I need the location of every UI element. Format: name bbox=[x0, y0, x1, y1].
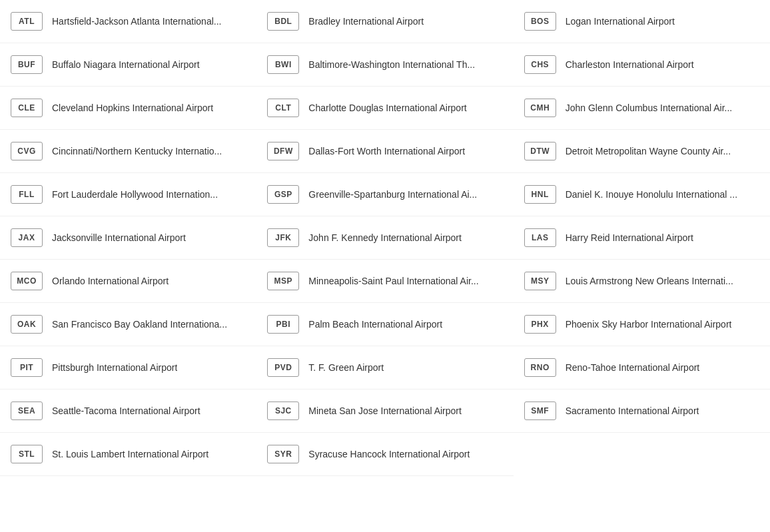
airport-code: GSP bbox=[267, 185, 299, 204]
airport-code: MCO bbox=[11, 272, 43, 290]
airport-code: SMF bbox=[524, 401, 556, 420]
airport-code: CLT bbox=[267, 99, 299, 117]
list-item[interactable]: MSYLouis Armstrong New Orleans Internati… bbox=[514, 260, 770, 303]
airport-code: SYR bbox=[267, 445, 299, 463]
airport-name: Buffalo Niagara International Airport bbox=[52, 59, 200, 70]
airport-name: Phoenix Sky Harbor International Airport bbox=[566, 319, 732, 330]
list-item[interactable]: RNOReno-Tahoe International Airport bbox=[514, 346, 770, 390]
airport-code: MSP bbox=[267, 272, 299, 290]
airport-code: CMH bbox=[524, 99, 556, 117]
list-item[interactable]: PVDT. F. Green Airport bbox=[256, 346, 513, 390]
airport-code: PVD bbox=[267, 358, 299, 377]
airport-name: Detroit Metropolitan Wayne County Air... bbox=[566, 146, 731, 156]
airport-name: Palm Beach International Airport bbox=[308, 319, 442, 330]
list-item[interactable]: JAXJacksonville International Airport bbox=[0, 216, 256, 260]
airport-code: BWI bbox=[267, 55, 299, 74]
airport-name: John F. Kennedy International Airport bbox=[308, 232, 462, 243]
list-item[interactable]: MSPMinneapolis-Saint Paul International … bbox=[256, 260, 513, 303]
airport-name: Orlando International Airport bbox=[52, 276, 169, 286]
airport-name: Charleston International Airport bbox=[566, 59, 694, 70]
airport-code: MSY bbox=[524, 272, 556, 290]
list-item[interactable]: MCOOrlando International Airport bbox=[0, 260, 256, 303]
airport-name: John Glenn Columbus International Air... bbox=[566, 103, 733, 113]
list-item[interactable]: CHSCharleston International Airport bbox=[514, 43, 770, 87]
airport-name: Cincinnati/Northern Kentucky Internatio.… bbox=[52, 146, 222, 156]
list-item[interactable]: PITPittsburgh International Airport bbox=[0, 346, 256, 390]
airport-name: Logan International Airport bbox=[566, 16, 675, 27]
airport-name: Cleveland Hopkins International Airport bbox=[52, 103, 213, 113]
airport-name: Sacramento International Airport bbox=[566, 405, 699, 416]
airport-name: Syracuse Hancock International Airport bbox=[308, 449, 470, 459]
list-item[interactable]: PHXPhoenix Sky Harbor International Airp… bbox=[514, 303, 770, 346]
list-item[interactable]: ATLHartsfield-Jackson Atlanta Internatio… bbox=[0, 0, 256, 43]
list-item[interactable]: SJCMineta San Jose International Airport bbox=[256, 390, 513, 433]
airport-name: Louis Armstrong New Orleans Internati... bbox=[566, 276, 733, 286]
airport-code: CHS bbox=[524, 55, 556, 74]
list-item[interactable]: JFKJohn F. Kennedy International Airport bbox=[256, 216, 513, 260]
list-item[interactable]: SEASeattle-Tacoma International Airport bbox=[0, 390, 256, 433]
list-item[interactable]: SMFSacramento International Airport bbox=[514, 390, 770, 433]
airport-name: Bradley International Airport bbox=[308, 16, 424, 27]
airport-code: JAX bbox=[11, 228, 43, 247]
airport-name: Reno-Tahoe International Airport bbox=[566, 362, 700, 373]
list-item[interactable]: LASHarry Reid International Airport bbox=[514, 216, 770, 260]
airport-code: SJC bbox=[267, 401, 299, 420]
airport-code: PHX bbox=[524, 315, 556, 334]
airport-name: Jacksonville International Airport bbox=[52, 232, 186, 243]
airport-name: Charlotte Douglas International Airport bbox=[308, 103, 466, 113]
list-item[interactable]: BDLBradley International Airport bbox=[256, 0, 513, 43]
list-item[interactable]: BUFBuffalo Niagara International Airport bbox=[0, 43, 256, 87]
airport-name: Greenville-Spartanburg International Ai.… bbox=[308, 189, 477, 200]
airport-name: Dallas-Fort Worth International Airport bbox=[308, 146, 465, 156]
airport-name: Seattle-Tacoma International Airport bbox=[52, 405, 200, 416]
airport-name: Hartsfield-Jackson Atlanta International… bbox=[52, 16, 221, 27]
airport-code: CVG bbox=[11, 142, 43, 160]
list-item[interactable]: CLTCharlotte Douglas International Airpo… bbox=[256, 87, 513, 130]
list-item[interactable]: SYRSyracuse Hancock International Airpor… bbox=[256, 433, 513, 476]
airport-name: T. F. Green Airport bbox=[308, 362, 384, 373]
airport-code: JFK bbox=[267, 228, 299, 247]
airport-code: PIT bbox=[11, 358, 43, 377]
list-item[interactable]: HNLDaniel K. Inouye Honolulu Internation… bbox=[514, 173, 770, 216]
airport-code: RNO bbox=[524, 358, 556, 377]
list-item[interactable]: OAKSan Francisco Bay Oakland Internation… bbox=[0, 303, 256, 346]
list-item[interactable]: CMHJohn Glenn Columbus International Air… bbox=[514, 87, 770, 130]
airport-code: ATL bbox=[11, 12, 43, 31]
list-item[interactable]: STLSt. Louis Lambert International Airpo… bbox=[0, 433, 256, 476]
airport-name: Pittsburgh International Airport bbox=[52, 362, 177, 373]
airport-code: OAK bbox=[11, 315, 43, 334]
airport-code: SEA bbox=[11, 401, 43, 420]
list-item[interactable]: BOSLogan International Airport bbox=[514, 0, 770, 43]
list-item[interactable]: GSPGreenville-Spartanburg International … bbox=[256, 173, 513, 216]
airport-code: LAS bbox=[524, 228, 556, 247]
list-item[interactable]: DTWDetroit Metropolitan Wayne County Air… bbox=[514, 130, 770, 173]
airport-code: HNL bbox=[524, 185, 556, 204]
airport-list: ATLHartsfield-Jackson Atlanta Internatio… bbox=[0, 0, 770, 476]
airport-name: Daniel K. Inouye Honolulu International … bbox=[566, 189, 737, 200]
list-item[interactable]: CVGCincinnati/Northern Kentucky Internat… bbox=[0, 130, 256, 173]
airport-name: Harry Reid International Airport bbox=[566, 232, 693, 243]
list-item[interactable]: DFWDallas-Fort Worth International Airpo… bbox=[256, 130, 513, 173]
airport-code: CLE bbox=[11, 99, 43, 117]
list-item[interactable]: CLECleveland Hopkins International Airpo… bbox=[0, 87, 256, 130]
airport-name: Minneapolis-Saint Paul International Air… bbox=[308, 276, 478, 286]
airport-code: BDL bbox=[267, 12, 299, 31]
airport-name: Baltimore-Washington International Th... bbox=[308, 59, 475, 70]
airport-code: DTW bbox=[524, 142, 556, 160]
airport-code: BUF bbox=[11, 55, 43, 74]
list-item[interactable]: PBIPalm Beach International Airport bbox=[256, 303, 513, 346]
airport-code: FLL bbox=[11, 185, 43, 204]
airport-code: PBI bbox=[267, 315, 299, 334]
list-item[interactable]: BWIBaltimore-Washington International Th… bbox=[256, 43, 513, 87]
airport-name: Mineta San Jose International Airport bbox=[308, 405, 462, 416]
list-item[interactable]: FLLFort Lauderdale Hollywood Internation… bbox=[0, 173, 256, 216]
airport-name: St. Louis Lambert International Airport bbox=[52, 449, 208, 459]
airport-code: DFW bbox=[267, 142, 299, 160]
airport-name: Fort Lauderdale Hollywood Internation... bbox=[52, 189, 218, 200]
airport-code: STL bbox=[11, 445, 43, 463]
airport-code: BOS bbox=[524, 12, 556, 31]
airport-name: San Francisco Bay Oakland Internationa..… bbox=[52, 319, 227, 330]
